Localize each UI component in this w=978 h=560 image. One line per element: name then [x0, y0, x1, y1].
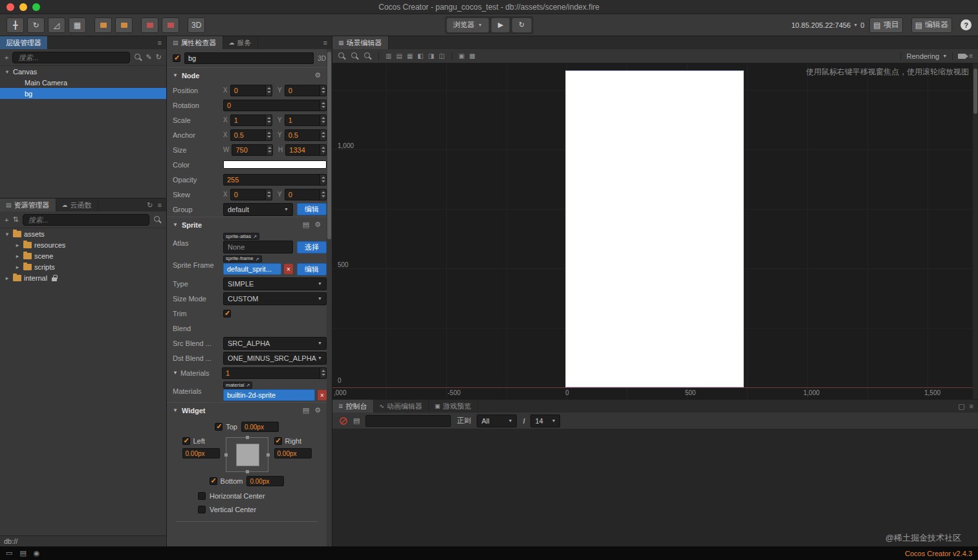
zoom-in-icon[interactable]: [338, 52, 346, 60]
tab-hierarchy[interactable]: 层级管理器: [0, 36, 48, 49]
widget-right-input[interactable]: 0.00px: [274, 448, 312, 458]
stepper[interactable]: [320, 145, 326, 155]
rendering-label[interactable]: Rendering: [906, 52, 939, 60]
asset-folder-assets[interactable]: ▾ assets: [0, 228, 166, 239]
widget-alignment-diagram[interactable]: [226, 437, 268, 472]
gear-icon[interactable]: ⚙: [314, 406, 321, 415]
zoom-reset-icon[interactable]: [364, 52, 372, 60]
rect-tool-button[interactable]: ▦: [69, 17, 86, 33]
frame-edit-button[interactable]: 编辑: [297, 263, 327, 275]
tab-scene-editor[interactable]: ▦ 场景编辑器: [332, 36, 389, 49]
link-icon[interactable]: ↗: [255, 257, 259, 261]
rotate-tool-button[interactable]: ↻: [27, 17, 45, 33]
preview-target-dropdown[interactable]: 浏览器 ▼: [447, 18, 489, 32]
monitor-icon[interactable]: ▭: [6, 549, 12, 557]
size-h-input[interactable]: 1334: [285, 144, 327, 156]
stepper[interactable]: [265, 130, 272, 140]
stepper[interactable]: [320, 368, 326, 378]
console-filter-input[interactable]: [365, 415, 451, 427]
skew-x-input[interactable]: 0: [230, 189, 272, 200]
open-editor-button[interactable]: ▤ 编辑器: [911, 17, 952, 33]
list-icon[interactable]: ▤: [19, 549, 26, 557]
expand-panel-icon[interactable]: ▢: [958, 402, 964, 411]
anchor-y-input[interactable]: 0.5: [285, 129, 327, 141]
material-field[interactable]: builtin-2d-sprite: [223, 389, 315, 401]
tab-animation-editor[interactable]: ∿ 动画编辑器: [374, 400, 429, 413]
chevron-down-icon[interactable]: ▼: [942, 54, 947, 58]
refresh-icon[interactable]: ↻: [147, 201, 153, 210]
doc-icon[interactable]: ▤: [303, 406, 309, 415]
widget-section-header[interactable]: ▼ Widget ▤ ⚙: [167, 402, 327, 418]
size-mode-dropdown[interactable]: CUSTOM ▼: [223, 292, 327, 305]
sprite-frame-field[interactable]: default_sprit...: [223, 263, 281, 275]
stepper[interactable]: [265, 85, 272, 96]
fold-icon[interactable]: ▼: [173, 222, 178, 228]
asset-folder-scene[interactable]: ▸ scene: [0, 250, 166, 261]
help-button[interactable]: ?: [961, 19, 972, 30]
reload-button[interactable]: ↻: [512, 18, 531, 32]
trim-checkbox[interactable]: [223, 310, 231, 318]
tree-closed-icon[interactable]: ▸: [4, 275, 10, 281]
scale-x-input[interactable]: 1: [230, 114, 272, 126]
mode-3d-button[interactable]: 3D: [188, 17, 205, 33]
zoom-out-icon[interactable]: [351, 52, 359, 60]
position-y-input[interactable]: 0: [285, 85, 327, 96]
tab-assets[interactable]: ▤ 资源管理器: [0, 199, 56, 211]
align-bottom-icon[interactable]: ◫: [439, 52, 444, 59]
widget-bottom-input[interactable]: 0.00px: [246, 476, 284, 486]
vertical-center-checkbox[interactable]: [198, 506, 206, 513]
atlas-select-button[interactable]: 选择: [297, 241, 327, 253]
widget-left-checkbox[interactable]: [182, 437, 190, 445]
panel-menu-icon[interactable]: ≡: [158, 39, 162, 47]
play-button[interactable]: ▶: [492, 18, 510, 32]
node-name-input[interactable]: [184, 52, 314, 64]
add-asset-icon[interactable]: +: [5, 216, 8, 224]
align-vcenter-icon[interactable]: ◨: [428, 52, 434, 59]
opacity-input[interactable]: 255: [223, 174, 327, 186]
sprite-section-header[interactable]: ▼ Sprite ▤ ⚙: [167, 217, 327, 232]
panel-menu-icon[interactable]: ≡: [970, 402, 973, 410]
widget-left-input[interactable]: 0.00px: [182, 448, 220, 458]
stepper[interactable]: [320, 100, 326, 111]
eye-icon[interactable]: ◉: [34, 549, 40, 557]
preview-address[interactable]: 10.85.205.22:7456 ▼ 0: [791, 21, 864, 29]
sort-icon[interactable]: ⇅: [12, 215, 18, 224]
tree-open-icon[interactable]: ▾: [4, 69, 10, 75]
view-menu-icon[interactable]: ≡: [969, 52, 973, 59]
stepper[interactable]: [266, 145, 272, 155]
add-node-icon[interactable]: +: [5, 54, 8, 61]
stepper[interactable]: [265, 115, 272, 125]
close-window-button[interactable]: [6, 3, 14, 11]
stepper[interactable]: [320, 130, 326, 140]
scene-viewport[interactable]: 使用鼠标右键平移视窗焦点，使用滚轮缩放视图 1,000 500 0 ,000 -…: [332, 63, 978, 399]
type-dropdown[interactable]: SIMPLE ▼: [223, 277, 327, 290]
link-icon[interactable]: ↗: [246, 383, 250, 387]
widget-top-checkbox[interactable]: [215, 423, 223, 431]
asset-folder-scripts[interactable]: ▸ scripts: [0, 261, 166, 272]
gear-icon[interactable]: ⚙: [314, 71, 321, 80]
clear-frame-button[interactable]: ×: [284, 264, 293, 274]
asset-folder-resources[interactable]: ▸ resources: [0, 239, 166, 250]
align-left-icon[interactable]: ▥: [386, 52, 391, 59]
anchor-toggle-button[interactable]: [115, 17, 133, 33]
tree-open-icon[interactable]: ▾: [4, 231, 10, 237]
widget-bottom-checkbox[interactable]: [210, 477, 217, 485]
inspector-scrollbar[interactable]: [327, 49, 332, 546]
tab-cloud-functions[interactable]: ☁ 云函数: [56, 199, 98, 211]
anchor-x-input[interactable]: 0.5: [230, 129, 272, 141]
search-icon[interactable]: [153, 215, 162, 224]
distribute-h-icon[interactable]: ▣: [459, 52, 464, 59]
assets-search-input[interactable]: [23, 214, 149, 226]
stepper[interactable]: [265, 189, 272, 200]
node-section-header[interactable]: ▼ Node ⚙: [167, 67, 327, 83]
refresh-icon[interactable]: ↻: [156, 53, 162, 61]
local-space-button[interactable]: [141, 17, 158, 33]
node-active-checkbox[interactable]: [173, 54, 180, 62]
atlas-field[interactable]: None: [223, 241, 293, 253]
widget-handle-left[interactable]: [224, 453, 228, 457]
log-file-icon[interactable]: ▤: [353, 416, 360, 425]
edit-icon[interactable]: ✎: [146, 53, 152, 61]
fold-icon[interactable]: ▼: [173, 370, 178, 376]
tree-node-bg[interactable]: bg: [0, 88, 166, 99]
world-space-button[interactable]: [162, 17, 179, 33]
